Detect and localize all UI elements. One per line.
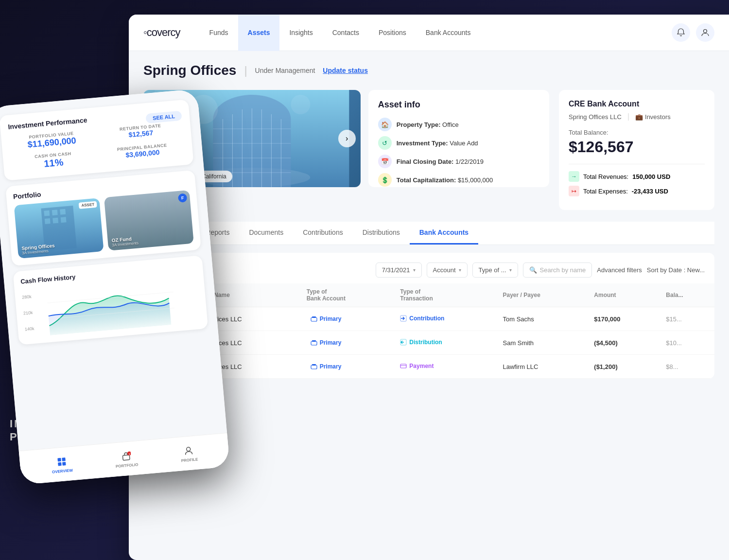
tab-documents[interactable]: Documents [239,222,293,245]
bank-type-2: Primary [299,331,393,355]
nav-insights[interactable]: Insights [279,15,322,51]
update-status-link[interactable]: Update status [323,67,368,74]
bank-icon-3 [311,363,317,370]
nav-links: Funds Assets Insights Contacts Positions… [200,15,672,51]
oz-fund-info: OZ Fund 3A Investments [111,235,139,247]
property-type-icon: 🏠 [378,118,392,131]
next-image-button[interactable]: › [338,130,356,147]
capitalization-icon: 💲 [378,173,392,187]
tab-contributions[interactable]: Contributions [293,222,353,245]
svg-rect-3 [60,209,66,215]
nav-funds[interactable]: Funds [200,15,238,51]
closing-date-text: Final Closing Date: 1/22/2019 [397,158,484,165]
total-expenses-item: ↦ Total Expenses: -23,433 USD [569,186,705,196]
property-type-text: Property Type: Office [397,121,459,128]
nav-contacts[interactable]: Contacts [323,15,369,51]
svg-rect-5 [52,218,58,224]
tab-distributions[interactable]: Distributions [353,222,410,245]
advanced-filters-link[interactable]: Advanced filters [597,266,642,274]
main-grid: ‹ › 📍 Palm Springs, California Asset inf… [143,90,714,210]
table-row: Spring Offices LLC Primary Dis [143,331,714,355]
bell-icon [677,28,685,37]
total-revenues-label: Total Revenues: [583,173,628,180]
type-filter[interactable]: Type of ... ▾ [472,262,518,278]
svg-point-32 [291,95,310,114]
logo: ◦covercy [143,26,180,39]
primary-badge-1: Primary [307,314,346,324]
payment-badge: Payment [400,363,434,369]
account-filter[interactable]: Account ▾ [427,262,468,278]
phone-mockup: Investment Performance SEE ALL PORTFOLIO… [0,89,230,485]
svg-point-16 [187,447,191,451]
svg-rect-41 [400,364,406,368]
tab-bank-accounts[interactable]: Bank Accounts [410,222,478,245]
portfolio-card: Portfolio ASSET Spring Offi [5,170,201,266]
cre-investors-link[interactable]: 💼 Investors [635,113,671,121]
bank-icon-2 [311,339,317,346]
account-chevron-icon: ▾ [459,267,461,273]
table-row: 21 Spring Offices LLC Primary [143,307,714,331]
navbar: ◦covercy Funds Assets Insights Contacts … [129,15,729,51]
portfolio-item-oz-fund[interactable]: F OZ Fund 3A Investments [104,190,194,251]
cre-balance-label: Total Balance: [569,129,705,136]
cashflow-card: Cash Flow History 280k 210k 140k [13,255,208,345]
balance-3: $8... [658,355,714,379]
nav-bank-accounts[interactable]: Bank Accounts [416,15,481,51]
nav-profile[interactable]: PROFILE [180,444,198,463]
user-profile-button[interactable] [696,23,714,42]
col-amount: Amount [586,283,658,307]
total-expenses-value: -23,433 USD [632,188,668,195]
svg-rect-34 [312,316,316,318]
page-title: Spring Offices [143,63,236,78]
sort-label[interactable]: Sort by Date : New... [647,266,705,274]
nav-portfolio[interactable]: 1 PORTFOLIO [114,449,139,469]
svg-rect-40 [312,364,316,366]
cash-on-cash-metric: CASH ON CASH 11% [11,149,96,173]
portfolio-item-spring-offices[interactable]: ASSET Spring Offices 3A Investments [14,198,104,259]
asset-info-panel: Asset info 🏠 Property Type: Office ↺ Inv… [368,90,549,187]
total-revenues-value: 150,000 USD [632,173,670,180]
notification-button[interactable] [672,23,690,42]
svg-rect-1 [44,210,50,216]
bank-type-1: Primary [299,307,393,331]
svg-rect-4 [45,218,51,224]
nav-assets[interactable]: Assets [238,15,280,51]
investment-perf-title: Investment Performance [8,116,87,131]
total-expenses-label: Total Expenses: [583,188,628,195]
date-filter[interactable]: 7/31/2021 ▾ [376,262,422,278]
portfolio-icon: 1 [120,450,133,462]
revenue-in-icon: → [569,171,579,182]
asset-info-title: Asset info [378,100,539,110]
total-revenues-item: → Total Revenues: 150,000 USD [569,171,705,182]
search-input[interactable]: 🔍 Search by name [523,262,592,278]
svg-rect-11 [58,462,62,466]
payment-icon [400,363,407,369]
svg-rect-39 [311,365,317,369]
nav-positions[interactable]: Positions [369,15,416,51]
distribution-icon [400,339,407,346]
svg-rect-37 [312,340,316,342]
cre-subtitle: Spring Offices LLC | 💼 Investors [569,112,705,121]
nav-actions [672,23,714,42]
primary-badge-3: Primary [307,362,346,371]
cre-balance-value: $126,567 [569,138,705,156]
table-body: 21 Spring Offices LLC Primary [143,307,714,379]
transactions-table-container: Account Name Type ofBank Account Type of… [143,283,714,379]
nav-overview[interactable]: OVERVIEW [51,455,73,474]
closing-date-icon: 📅 [378,155,392,168]
transactions-table: Account Name Type ofBank Account Type of… [143,283,714,379]
table-row: Spring Offices LLC Primary Pay [143,355,714,379]
search-icon: 🔍 [529,266,537,274]
f-badge: F [178,193,188,203]
cre-investors-label: Investors [645,113,671,121]
table-header: Account Name Type ofBank Account Type of… [143,283,714,307]
svg-rect-2 [52,210,58,215]
transaction-type-1: Contribution [392,307,495,331]
type-chevron-icon: ▾ [509,267,512,273]
svg-rect-6 [61,217,67,223]
svg-rect-33 [311,317,317,321]
filters-row: 7/31/2021 ▾ Account ▾ Type of ... ▾ 🔍 Se… [376,262,705,278]
col-transaction-type: Type ofTransaction [392,283,495,307]
investment-type-text: Investment Type: Value Add [397,140,478,147]
status-badge: Under Management [255,67,315,74]
